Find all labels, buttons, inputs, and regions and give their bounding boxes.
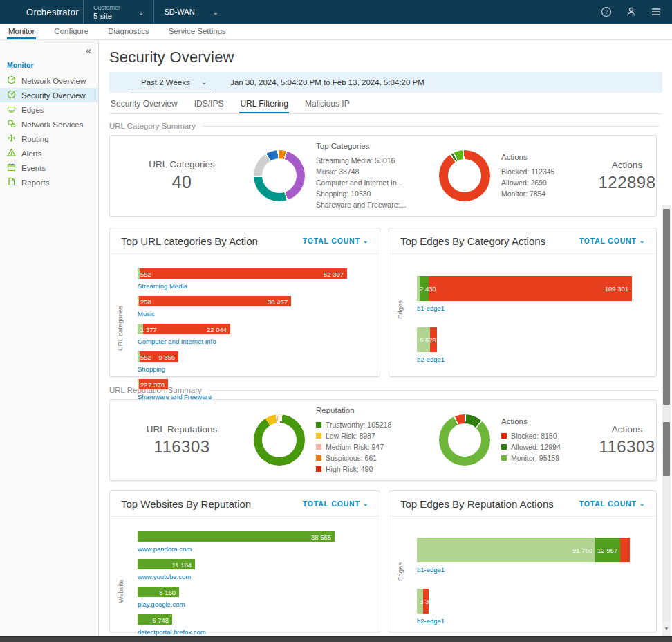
services-icon: [7, 119, 16, 129]
bar-value: 6 678: [420, 336, 436, 344]
metric-label: URL Categories: [110, 159, 254, 169]
legend-item: Monitor: 7854: [501, 188, 598, 199]
legend-item: Medium Risk: 947: [316, 441, 439, 452]
total-count-sort[interactable]: Total Count⌄: [579, 499, 645, 508]
bar-category-link[interactable]: www.youtube.com: [138, 573, 191, 580]
sidebar-item-security-overview[interactable]: Security Overview: [0, 88, 98, 102]
bar-value: 11 184: [172, 560, 192, 568]
gauge-icon: [7, 75, 16, 86]
card-title: Top URL categories By Action: [121, 235, 258, 247]
customer-dropdown[interactable]: Customer 5-site ⌄: [84, 0, 153, 24]
legend-item: Allowed: 2699: [501, 177, 598, 188]
bar-segment: 12 967: [595, 538, 620, 562]
scroll-down-arrow[interactable]: ▼: [662, 621, 671, 635]
section-rule: [203, 126, 660, 127]
sidebar-item-alerts[interactable]: Alerts: [0, 146, 98, 160]
time-range-select[interactable]: Past 2 Weeks ⌄: [129, 76, 211, 89]
bar-category-link[interactable]: b2-edge1: [417, 356, 445, 363]
legend-swatch: [316, 455, 321, 461]
legend-text: Shareware and Freeware:...: [316, 199, 406, 210]
help-icon[interactable]: ?: [600, 6, 613, 18]
chart-row-detectportal-firefox-com: 6 748detectportal.firefox.com: [138, 614, 380, 636]
bar-b1-edge1: 2 430109 301: [417, 276, 632, 301]
categories-donut-chart: [254, 150, 305, 201]
sidebar-item-network-services[interactable]: Network Services: [0, 117, 98, 131]
bar-segment: [620, 538, 630, 562]
sidebar-item-network-overview[interactable]: Network Overview: [0, 73, 98, 88]
sidebar-item-edges[interactable]: Edges: [0, 102, 98, 117]
chart-row-streaming-media: 55252 397Streaming Media: [138, 268, 380, 291]
sidebar-item-events[interactable]: Events: [0, 160, 98, 175]
user-icon[interactable]: [625, 6, 637, 18]
bar-category-link[interactable]: detectportal.firefox.com: [138, 628, 206, 636]
sidebar: « Monitor Network OverviewSecurity Overv…: [0, 40, 99, 636]
bar-computer-and-internet-info: 1 37722 044: [138, 324, 230, 334]
metric-label: URL Reputations: [110, 424, 254, 434]
reputation-actions-metric: Actions 116303: [598, 424, 656, 457]
bar-value: 552: [140, 270, 151, 277]
chart-row-www-youtube-com: 11 184www.youtube.com: [138, 559, 380, 582]
bar-value: 9 856: [158, 353, 175, 360]
legend-item: Monitor: 95159: [501, 452, 598, 464]
bar-category-link[interactable]: Shopping: [138, 365, 165, 373]
primary-tabs: MonitorConfigureDiagnosticsService Setti…: [0, 24, 672, 40]
bar-category-link[interactable]: b2-edge1: [417, 617, 445, 625]
top-url-categories-card: Top URL categories By Action Total Count…: [109, 228, 380, 377]
product-name: Orchestrator: [26, 7, 79, 17]
menu-icon[interactable]: [650, 6, 662, 18]
bar-shareware-and-freeware: 227 378: [138, 379, 168, 389]
bar-value: 3 39: [420, 598, 433, 605]
top-websites-card: Top Websites By Reputation Total Count⌄ …: [109, 490, 380, 632]
category-actions-legend: ActionsBlocked: 112345Allowed: 2699Monit…: [501, 153, 598, 199]
url-reputations-metric: URL Reputations 116303: [110, 424, 254, 457]
collapse-sidebar-icon[interactable]: «: [86, 44, 91, 56]
bar-value: 12 967: [597, 547, 617, 554]
sidebar-item-label: Events: [21, 164, 46, 172]
legend-swatch: [316, 422, 321, 428]
customer-label: Customer: [93, 4, 120, 12]
time-filter-bar: Past 2 Weeks ⌄ Jan 30, 2024, 5:04:20 PM …: [109, 72, 662, 93]
chart-row-computer-and-internet-info: 1 37722 044Computer and Internet Info: [138, 324, 380, 347]
tab-configure[interactable]: Configure: [53, 27, 90, 39]
customer-value: 5-site: [93, 12, 120, 20]
bar-category-link[interactable]: Streaming Media: [138, 282, 187, 290]
legend-item: Allowed: 12994: [501, 441, 598, 452]
sidebar-item-reports[interactable]: Reports: [0, 175, 98, 190]
bar-www-youtube-com: 11 184: [138, 559, 195, 569]
subtab-malicious-ip[interactable]: Malicious IP: [304, 99, 351, 113]
subtab-security-overview[interactable]: Security Overview: [110, 99, 178, 113]
bar-value: 91 760: [572, 547, 592, 554]
bar-category-link[interactable]: b1-edge1: [417, 304, 445, 312]
bar-category-link[interactable]: play.google.com: [138, 600, 185, 608]
security-subtabs: Security OverviewIDS/IPSURL FilteringMal…: [109, 99, 662, 114]
scrollbar-thumb[interactable]: [663, 209, 670, 405]
subtab-url-filtering[interactable]: URL Filtering: [239, 99, 289, 113]
legend-swatch: [316, 433, 321, 439]
bar-category-link[interactable]: Shareware and Freeware: [138, 393, 212, 401]
legend-item: Blocked: 8150: [501, 430, 598, 441]
subtab-ids-ips[interactable]: IDS/IPS: [194, 99, 225, 113]
tab-diagnostics[interactable]: Diagnostics: [106, 27, 150, 39]
legend-title: Actions: [501, 417, 598, 425]
bar-category-link[interactable]: Computer and Internet Info: [138, 338, 216, 345]
bar-category-link[interactable]: Music: [138, 310, 155, 318]
legend-item: Low Risk: 8987: [316, 430, 439, 441]
chevron-down-icon: ⌄: [201, 78, 207, 86]
category-actions-donut-chart: [439, 150, 490, 201]
tab-monitor[interactable]: Monitor: [7, 27, 36, 39]
total-count-sort[interactable]: Total Count⌄: [303, 237, 368, 245]
service-dropdown[interactable]: SD-WAN ⌄: [154, 0, 228, 24]
tab-service-settings[interactable]: Service Settings: [167, 27, 227, 39]
horizontal-scrollbar[interactable]: [0, 636, 672, 642]
card-title: Top Edges By Category Actions: [400, 235, 545, 247]
donut-hole: [448, 423, 481, 457]
top-categories-legend: Top CategoriesStreaming Media: 53016Musi…: [316, 142, 439, 210]
bar-category-link[interactable]: www.pandora.com: [138, 545, 192, 553]
bar-www-pandora-com: 38 565: [138, 531, 335, 542]
bar-category-link[interactable]: b1-edge1: [417, 566, 445, 574]
sidebar-item-routing[interactable]: Routing: [0, 131, 98, 146]
vertical-scrollbar[interactable]: ▼: [662, 205, 671, 636]
total-count-sort[interactable]: Total Count⌄: [579, 237, 645, 245]
scrollbar-thumb[interactable]: [663, 422, 670, 476]
total-count-sort[interactable]: Total Count⌄: [303, 499, 368, 508]
